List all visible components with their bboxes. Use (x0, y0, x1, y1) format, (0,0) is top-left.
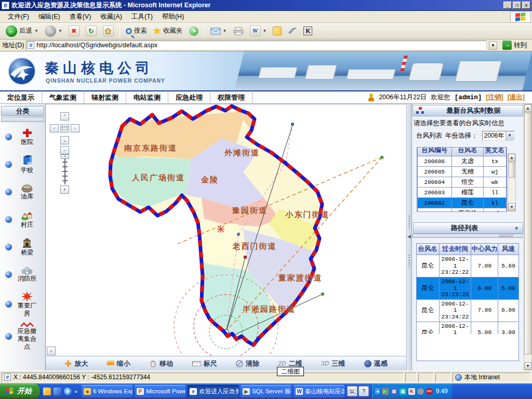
map-pan-button[interactable]: 移动 (149, 359, 173, 368)
taskbar-button-sqlserver[interactable]: ▶ SQL Server 服务... (241, 385, 291, 397)
go-button[interactable]: → 转到 (499, 40, 530, 50)
taskbar-button-explorer[interactable]: ■ 6 Windows Expl...▼ (82, 385, 132, 397)
chevron-down-icon[interactable]: ▼ (506, 131, 514, 140)
scroll-up-icon[interactable]: ▲ (508, 154, 515, 162)
tray-network-icon[interactable]: ▩ (391, 388, 397, 395)
sidebar-item-assembly-point[interactable]: 应急撤离集合点 (0, 322, 45, 351)
menu-help[interactable]: 帮助(H) (157, 11, 189, 23)
history-button[interactable] (187, 25, 201, 37)
typhoon-row[interactable]: 200605无稽wj (418, 167, 507, 177)
refresh-button[interactable]: ↻ (83, 24, 99, 37)
stop-button[interactable]: ✖ (66, 24, 82, 37)
pan-center-button[interactable] (60, 124, 69, 132)
typhoon-row[interactable]: 200601西马伦xml (418, 208, 507, 212)
tab-permission[interactable]: 权限管理 (210, 91, 252, 104)
map-zoom-in-button[interactable]: ✚放大 (64, 358, 88, 369)
mail-button[interactable]: ▼ (208, 26, 230, 36)
sidebar-item-school[interactable]: 学校 (0, 153, 45, 176)
back-button[interactable]: ← 后退 ▼ (3, 24, 41, 38)
start-button[interactable]: 开始 (0, 383, 40, 399)
keyboard-input-button[interactable] (347, 386, 357, 396)
tab-locate[interactable]: 定位显示 (0, 91, 42, 104)
help-button[interactable]: ? (358, 386, 369, 396)
quicklaunch-icon-2[interactable] (54, 388, 61, 395)
pan-right-button[interactable]: › (71, 124, 79, 132)
tray-ati-icon[interactable]: ATI (426, 388, 433, 395)
menu-tools[interactable]: 工具(T) (127, 11, 157, 23)
tab-radiation[interactable]: 辐射监测 (84, 91, 126, 104)
address-input[interactable]: e http://localhost/QSgridwebgis/default.… (26, 41, 487, 50)
sidebar-item-fire-station[interactable]: 消防所 (0, 263, 45, 286)
flashget-button[interactable]: K (301, 25, 315, 36)
tray-kaspersky-icon[interactable]: K (408, 388, 415, 395)
sidebar-item-bridge[interactable]: 桥梁 (0, 235, 45, 258)
quicklaunch-overflow-icon[interactable]: » (74, 388, 77, 394)
print-button[interactable] (231, 26, 246, 36)
path-row[interactable]: 昆仑2006-12-1 23:24:227.006.00 (417, 299, 519, 322)
tray-volume-icon[interactable] (417, 388, 424, 395)
back-dropdown-icon[interactable]: ▼ (34, 29, 38, 33)
edit-word-button[interactable]: W ▼ (247, 24, 270, 37)
pan-down-button[interactable]: ⌄ (60, 136, 69, 144)
favorites-button[interactable]: ★ 收藏夹 (151, 24, 185, 37)
exit-link[interactable]: [退出] (508, 93, 525, 102)
scroll-down-icon[interactable]: ▼ (508, 203, 515, 211)
collapse-left-icon[interactable]: ◀ (407, 234, 411, 239)
home-button[interactable] (100, 24, 116, 37)
scroll-up-icon[interactable]: ▲ (524, 104, 531, 112)
zoom-in-button[interactable]: + (60, 185, 69, 194)
menu-favorites[interactable]: 收藏(A) (96, 11, 127, 23)
panel-splitter-horizontal[interactable] (413, 234, 523, 238)
map-3d-button[interactable]: 3D三维 (321, 359, 345, 368)
tray-grid-icon[interactable]: ▦ (400, 388, 406, 395)
zoom-out-button[interactable]: − (60, 146, 69, 154)
path-row[interactable]: 昆仑2006-12-1 23:22:227.005.60 (417, 255, 519, 277)
sidebar-item-key-buildings[interactable]: 重要厂房 (0, 290, 45, 317)
scrollbar-thumb[interactable] (524, 113, 531, 354)
hide-icons-chevron[interactable]: ◂ (375, 388, 380, 394)
forward-dropdown-icon[interactable]: ▼ (58, 29, 62, 33)
logout-link[interactable]: [注销] (486, 93, 503, 102)
menu-file[interactable]: 文件(F) (3, 11, 34, 23)
collapse-chevron-icon[interactable]: » (514, 227, 520, 230)
edit-dropdown-icon[interactable]: ▼ (263, 29, 267, 33)
gis-map[interactable] (46, 104, 406, 356)
search-button[interactable]: 搜索 (123, 25, 150, 36)
typhoon-table-scrollbar[interactable]: ▲ ▼ (508, 153, 516, 211)
map-remote-sensing-button[interactable]: 遥感 (364, 359, 388, 368)
forward-button[interactable]: → ▼ (42, 24, 65, 38)
typhoon-row[interactable]: 200603榴莲ll (418, 188, 507, 198)
sidebar-item-oil-depot[interactable]: 油库 (0, 180, 45, 203)
mail-dropdown-icon[interactable]: ▼ (223, 29, 227, 33)
restore-button[interactable]: ❐ (513, 2, 521, 9)
map-clear-button[interactable]: 清除 (236, 359, 259, 368)
scroll-down-icon[interactable]: ▼ (524, 362, 531, 370)
pan-up-button[interactable]: ⌃ (60, 112, 69, 121)
taskbar-button-powerpoint[interactable]: P Microsoft PowerP... (135, 385, 185, 397)
taskbar-button-ie-active[interactable]: e 欢迎进入应急资... (188, 385, 238, 397)
tab-station[interactable]: 电站监测 (126, 91, 168, 104)
category-header[interactable]: 分类 (1, 106, 44, 116)
taskbar-button-word[interactable]: W 秦山核电站应急... (294, 385, 344, 397)
year-select[interactable]: 2006年 ▼ (482, 131, 514, 141)
page-scrollbar[interactable]: ▲ ▼ (524, 104, 532, 370)
path-row[interactable]: 昆仑2006-12-1 23:23:226.005.00 (417, 277, 519, 299)
quicklaunch-ie-icon[interactable]: e (64, 388, 72, 395)
close-button[interactable]: x (522, 2, 530, 9)
scrollbar-thumb[interactable] (509, 162, 515, 178)
minimize-button[interactable]: _ (503, 2, 512, 9)
sidebar-item-village[interactable]: 村庄 (0, 208, 45, 231)
sidebar-item-hospital[interactable]: 医院 (0, 125, 45, 148)
panel-splitter[interactable]: ◀ (406, 104, 411, 370)
sidebar-collapse-button[interactable]: › (47, 347, 56, 355)
pan-left-button[interactable]: ‹ (50, 124, 59, 132)
tab-emergency[interactable]: 应急处理 (168, 91, 210, 104)
map-viewport[interactable]: 南京东路街道 外滩街道 人民广场街道 金陵 豫园街道 小东门街道 老西门街道 董… (46, 104, 406, 370)
quicklaunch-icon-1[interactable] (43, 388, 51, 395)
path-list-header[interactable]: 路径列表 » (413, 222, 523, 234)
typhoon-row[interactable]: 200606太虚tx (418, 156, 507, 167)
map-ruler-button[interactable]: 标尺 (192, 359, 217, 368)
typhoon-row[interactable]: 200604悟空wk (418, 177, 507, 188)
menu-edit[interactable]: 编辑(E) (34, 11, 65, 23)
tab-weather[interactable]: 气象监测 (42, 91, 84, 104)
